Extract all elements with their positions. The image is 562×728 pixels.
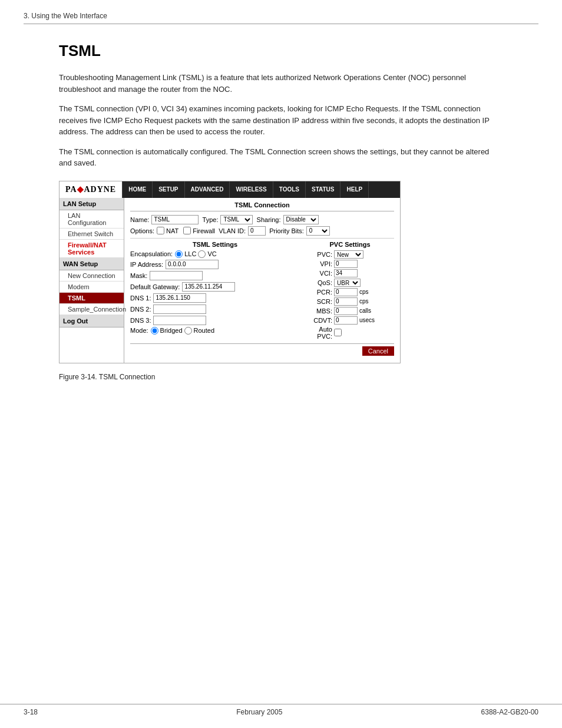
- dns2-input[interactable]: [153, 305, 206, 314]
- cdvt-input[interactable]: [334, 316, 358, 325]
- nav-setup[interactable]: SETUP: [153, 181, 184, 198]
- sidebar-item-ethernet-switch[interactable]: Ethernet Switch: [59, 229, 124, 240]
- tsml-settings-col: TSML Settings Encapsulation: LLC: [130, 241, 300, 341]
- ip-address-label: IP Address:: [130, 261, 163, 268]
- priority-bits-select[interactable]: 0: [306, 226, 330, 236]
- vci-label: VCI:: [306, 270, 332, 277]
- name-input[interactable]: [151, 215, 199, 224]
- vlan-id-label: VLAN ID:: [219, 227, 246, 234]
- vpi-input[interactable]: [334, 260, 358, 268]
- mbs-input[interactable]: [334, 307, 358, 315]
- mode-routed-label[interactable]: Routed: [184, 327, 214, 335]
- sidebar: LAN Setup LAN Configuration Ethernet Swi…: [59, 198, 124, 363]
- nav-home[interactable]: HOME: [122, 181, 153, 198]
- sidebar-item-lan-config[interactable]: LAN Configuration: [59, 210, 124, 229]
- pcr-unit: cps: [359, 289, 369, 295]
- default-gateway-label: Default Gateway:: [130, 283, 180, 290]
- sharing-select[interactable]: Disable: [283, 215, 319, 224]
- pvc-select[interactable]: New: [334, 250, 363, 259]
- pvc-settings-col: PVC Settings PVC: New VPI: VC: [306, 241, 394, 341]
- nav-logo: PA◆ADYNE: [59, 181, 122, 198]
- content-panel: TSML Connection Name: Type: TSML Sharing…: [124, 198, 400, 363]
- encap-vc-label[interactable]: VC: [198, 250, 216, 258]
- encap-llc-label[interactable]: LLC: [175, 250, 196, 258]
- pvc-settings-title: PVC Settings: [306, 241, 394, 248]
- default-gateway-input[interactable]: [182, 282, 235, 292]
- priority-bits-label: Priority Bits:: [269, 227, 304, 234]
- nav-advanced[interactable]: ADVANCED: [185, 181, 230, 198]
- scr-label: SCR:: [306, 298, 332, 305]
- vci-row: VCI:: [306, 269, 394, 277]
- name-label: Name:: [130, 216, 149, 223]
- pcr-label: PCR:: [306, 289, 332, 296]
- scr-unit: cps: [359, 298, 369, 305]
- nav-wireless[interactable]: WIRELESS: [230, 181, 273, 198]
- nav-status[interactable]: STATUS: [306, 181, 341, 198]
- dns3-input[interactable]: [153, 316, 206, 325]
- encap-vc-text: VC: [207, 250, 216, 257]
- sidebar-section-logout[interactable]: Log Out: [59, 315, 124, 327]
- dns1-row: DNS 1:: [130, 293, 300, 303]
- vlan-id-input[interactable]: [248, 226, 266, 236]
- mbs-unit: calls: [359, 307, 371, 314]
- encap-label: Encapsulation:: [130, 250, 173, 257]
- dns2-label: DNS 2:: [130, 306, 151, 313]
- mode-routed-radio[interactable]: [184, 327, 192, 335]
- breadcrumb: 3. Using the Web Interface: [24, 12, 538, 24]
- footer-date: February 2005: [236, 708, 282, 716]
- sidebar-section-lan: LAN Setup: [59, 198, 124, 210]
- sidebar-item-firewall-nat[interactable]: Firewall/NAT Services: [59, 240, 124, 258]
- mode-bridged-radio[interactable]: [151, 327, 158, 335]
- nat-checkbox[interactable]: [157, 227, 164, 234]
- mbs-row: MBS: calls: [306, 307, 394, 315]
- cancel-row: Cancel: [130, 343, 394, 356]
- options-row: Options: NAT Firewall VLAN ID:: [130, 226, 394, 236]
- options-label: Options:: [130, 227, 154, 234]
- nav-help[interactable]: HELP: [340, 181, 369, 198]
- dns1-input[interactable]: [153, 293, 206, 303]
- pcr-input[interactable]: [334, 288, 358, 296]
- qos-select[interactable]: UBR: [334, 279, 361, 287]
- auto-pvc-checkbox[interactable]: [334, 329, 342, 336]
- nat-checkbox-label[interactable]: NAT: [157, 227, 178, 234]
- figure-caption: Figure 3-14. TSML Connection: [59, 373, 503, 381]
- encap-vc-radio[interactable]: [198, 250, 206, 258]
- cancel-button[interactable]: Cancel: [362, 346, 394, 356]
- page-footer: 3-18 February 2005 6388-A2-GB20-00: [0, 704, 562, 716]
- mask-label: Mask:: [130, 272, 147, 279]
- dns1-label: DNS 1:: [130, 294, 151, 302]
- type-select[interactable]: TSML: [220, 215, 253, 224]
- scr-row: SCR: cps: [306, 297, 394, 306]
- mask-row: Mask:: [130, 271, 300, 280]
- firewall-checkbox-label[interactable]: Firewall: [183, 227, 215, 234]
- mask-input[interactable]: [150, 271, 203, 280]
- ip-address-row: IP Address:: [130, 260, 300, 269]
- sidebar-item-sample-connection[interactable]: Sample_Connection: [59, 304, 124, 315]
- auto-pvc-row: Auto PVC:: [306, 326, 394, 340]
- sidebar-item-new-connection[interactable]: New Connection: [59, 270, 124, 282]
- cdvt-unit: usecs: [359, 317, 375, 323]
- sidebar-section-wan: WAN Setup: [59, 258, 124, 270]
- firewall-label: Firewall: [193, 227, 215, 234]
- intro-text-2: The TSML connection (VPI 0, VCI 34) exam…: [59, 103, 503, 138]
- ip-address-input[interactable]: [166, 260, 219, 269]
- pvc-label: PVC:: [306, 251, 332, 258]
- sidebar-item-modem[interactable]: Modem: [59, 282, 124, 293]
- default-gateway-row: Default Gateway:: [130, 282, 300, 292]
- mbs-label: MBS:: [306, 307, 332, 315]
- dns3-row: DNS 3:: [130, 316, 300, 325]
- nat-label: NAT: [166, 227, 178, 234]
- sharing-label: Sharing:: [257, 216, 281, 223]
- nav-tools[interactable]: TOOLS: [273, 181, 306, 198]
- qos-row: QoS: UBR: [306, 279, 394, 287]
- scr-input[interactable]: [334, 297, 358, 306]
- pvc-row: PVC: New: [306, 250, 394, 259]
- mode-bridged-label[interactable]: Bridged: [151, 327, 183, 335]
- encap-llc-radio[interactable]: [175, 250, 183, 258]
- tsml-settings-title: TSML Settings: [130, 241, 300, 248]
- vci-input[interactable]: [334, 269, 358, 277]
- footer-doc-num: 6388-A2-GB20-00: [481, 708, 538, 716]
- firewall-checkbox[interactable]: [183, 227, 191, 234]
- nav-bar: PA◆ADYNE HOME SETUP ADVANCED WIRELESS TO…: [59, 181, 400, 198]
- sidebar-item-tsml[interactable]: TSML: [59, 293, 124, 304]
